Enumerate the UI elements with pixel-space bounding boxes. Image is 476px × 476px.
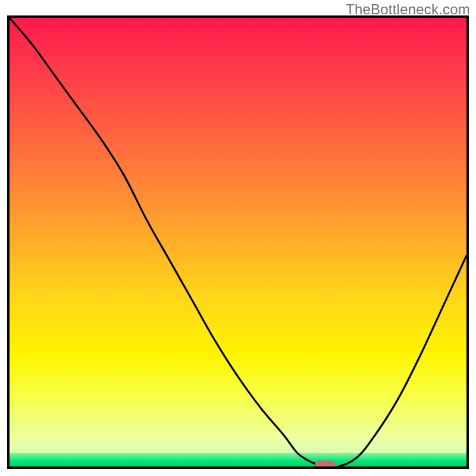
plot-area <box>7 15 469 469</box>
optimal-point-marker <box>315 461 335 469</box>
chart-frame: TheBottleneck.com <box>0 0 476 476</box>
bottleneck-curve <box>10 18 466 466</box>
watermark-text: TheBottleneck.com <box>346 1 470 18</box>
